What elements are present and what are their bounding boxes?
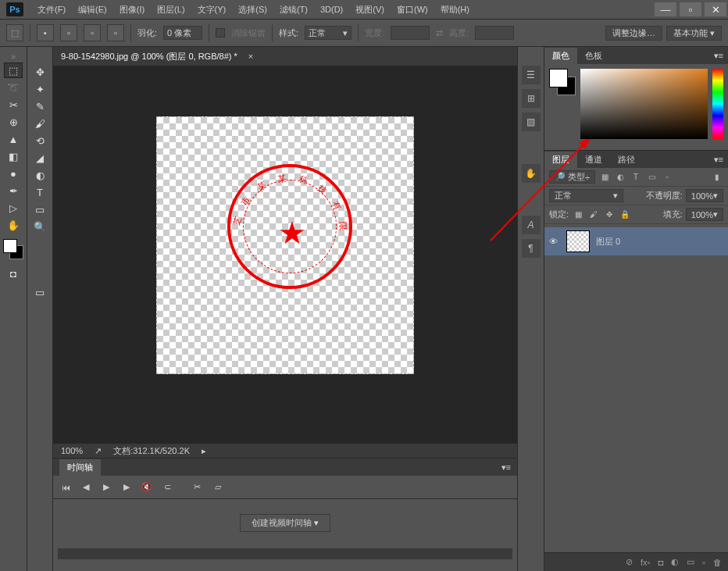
zoom-level[interactable]: 100% xyxy=(61,446,83,455)
split-icon[interactable]: ✂ xyxy=(191,482,204,492)
tab-channels[interactable]: 通道 xyxy=(577,152,610,168)
marquee-tool[interactable]: ⬚ xyxy=(4,62,23,78)
heal-tool[interactable]: ⊕ xyxy=(4,114,23,130)
prev-frame-icon[interactable]: ◀ xyxy=(80,482,92,492)
status-arrow-icon[interactable]: ▸ xyxy=(202,446,206,456)
crop-tool[interactable]: ✂ xyxy=(4,97,23,112)
lasso-tool[interactable]: ➰ xyxy=(4,80,23,95)
filter-adjust-icon[interactable]: ◐ xyxy=(614,171,626,184)
menu-image[interactable]: 图像(I) xyxy=(113,2,151,18)
layers-panel-menu-icon[interactable]: ▾≡ xyxy=(714,155,728,165)
stamp-tool[interactable]: ▲ xyxy=(4,131,23,147)
canvas[interactable]: 芝 市 某 某 科 技 有 限 公 司 芝 市 某 某 科 技 有 限 公 司 xyxy=(156,116,414,374)
adjustment-icon[interactable]: ◐ xyxy=(671,557,679,567)
pen-tool[interactable]: ✒ xyxy=(4,183,23,198)
opacity-input[interactable]: 100% ▾ xyxy=(686,189,723,202)
filter-type-icon[interactable]: T xyxy=(630,171,642,184)
blur-tool[interactable]: ● xyxy=(4,166,23,181)
sub-selection-icon[interactable]: ▫ xyxy=(84,24,101,41)
color-picker[interactable] xyxy=(580,69,708,139)
brush-tool[interactable]: 🖌 xyxy=(30,116,49,131)
maximize-button[interactable]: ▫ xyxy=(680,2,701,16)
menu-view[interactable]: 视图(V) xyxy=(349,2,391,18)
para-panel-icon[interactable]: ¶ xyxy=(522,239,541,258)
shape-tool[interactable]: ▭ xyxy=(30,202,49,217)
filter-pixel-icon[interactable]: ▦ xyxy=(598,171,611,184)
tab-paths[interactable]: 路径 xyxy=(610,152,643,168)
lock-paint-icon[interactable]: 🖌 xyxy=(587,209,600,221)
menu-window[interactable]: 窗口(W) xyxy=(391,2,434,18)
refine-edge-button[interactable]: 调整边缘… xyxy=(605,26,662,41)
menu-edit[interactable]: 编辑(E) xyxy=(72,2,113,18)
filter-toggle[interactable]: ▮ xyxy=(711,171,723,184)
add-selection-icon[interactable]: ▫ xyxy=(60,24,77,41)
create-video-timeline-button[interactable]: 创建视频时间轴 ▾ xyxy=(240,514,330,532)
share-icon[interactable]: ↗ xyxy=(95,446,102,456)
menu-3d[interactable]: 3D(D) xyxy=(314,2,349,16)
style-select[interactable]: 正常▾ xyxy=(305,26,352,40)
history-brush-tool[interactable]: ⟲ xyxy=(30,133,49,148)
delete-layer-icon[interactable]: 🗑 xyxy=(713,558,722,567)
next-frame-icon[interactable]: ▶ xyxy=(120,482,133,492)
filter-kind-select[interactable]: 🔎 类型 ÷ xyxy=(549,170,595,184)
wand-tool[interactable]: ✦ xyxy=(30,81,49,97)
document-tab[interactable]: 9-80-1542980.jpg @ 100% (图层 0, RGB/8#) * xyxy=(61,51,245,62)
hand-tool[interactable]: ✋ xyxy=(4,217,23,233)
screenmode-icon[interactable]: ▭ xyxy=(30,284,49,300)
menu-text[interactable]: 文字(Y) xyxy=(191,2,233,18)
move-tool[interactable]: ✥ xyxy=(30,64,49,80)
color-panel-menu-icon[interactable]: ▾≡ xyxy=(714,51,728,61)
first-frame-icon[interactable]: ⏮ xyxy=(59,483,72,492)
new-selection-icon[interactable]: ▪ xyxy=(37,24,54,41)
link-layers-icon[interactable]: ⊘ xyxy=(626,557,633,567)
eraser-tool[interactable]: ◧ xyxy=(4,148,23,164)
menu-help[interactable]: 帮助(H) xyxy=(434,2,476,18)
document-close-icon[interactable]: × xyxy=(248,52,253,61)
zoom-tool[interactable]: 🔍 xyxy=(30,219,49,234)
color-fgbg-swatch[interactable] xyxy=(549,69,576,95)
gradient-tool[interactable]: ◢ xyxy=(30,150,49,166)
tab-timeline[interactable]: 时间轴 xyxy=(59,459,101,476)
audio-icon[interactable]: 🔇 xyxy=(141,482,153,492)
close-button[interactable]: ✕ xyxy=(705,2,726,16)
panel-menu-icon[interactable]: ▾≡ xyxy=(501,462,511,473)
history-panel-icon[interactable]: ☰ xyxy=(522,66,541,84)
foreground-background-swatch[interactable] xyxy=(3,239,23,259)
lock-pos-icon[interactable]: ✥ xyxy=(603,209,616,221)
filter-shape-icon[interactable]: ▭ xyxy=(645,171,658,184)
transition-icon[interactable]: ▱ xyxy=(212,482,224,492)
properties-panel-icon[interactable]: ⊞ xyxy=(522,89,541,108)
menu-file[interactable]: 文件(F) xyxy=(31,2,72,18)
layer-item[interactable]: 👁 图层 0 xyxy=(544,227,728,255)
path-tool[interactable]: ▷ xyxy=(4,200,23,216)
fx-icon[interactable]: fx▫ xyxy=(641,558,650,567)
minimize-button[interactable]: — xyxy=(655,2,676,16)
type-tool[interactable]: T xyxy=(30,184,49,200)
layer-name[interactable]: 图层 0 xyxy=(596,236,620,248)
visibility-icon[interactable]: 👁 xyxy=(549,237,560,246)
new-layer-icon[interactable]: ▫ xyxy=(702,558,705,567)
tool-preset-icon[interactable]: ⬚ xyxy=(6,24,23,41)
a-panel-icon[interactable]: A xyxy=(522,216,541,234)
brush-panel-icon[interactable]: ▧ xyxy=(522,112,541,131)
fill-input[interactable]: 100% ▾ xyxy=(686,208,723,221)
mask-icon[interactable]: ◘ xyxy=(658,558,663,567)
lock-all-icon[interactable]: 🔒 xyxy=(619,209,631,221)
lock-trans-icon[interactable]: ▦ xyxy=(572,209,584,221)
layer-thumbnail[interactable] xyxy=(566,230,590,252)
loop-icon[interactable]: ⊂ xyxy=(161,482,173,492)
filter-smart-icon[interactable]: ▫ xyxy=(661,171,673,184)
group-icon[interactable]: ▭ xyxy=(687,557,694,567)
inter-selection-icon[interactable]: ▫ xyxy=(107,24,124,41)
eyedropper-tool[interactable]: ✎ xyxy=(30,98,49,114)
tab-layers[interactable]: 图层 xyxy=(544,152,577,168)
canvas-viewport[interactable]: 芝 市 某 某 科 技 有 限 公 司 芝 市 某 某 科 技 有 限 公 司 xyxy=(53,66,517,444)
tab-swatches[interactable]: 色板 xyxy=(577,48,610,64)
workspace-select[interactable]: 基本功能 ▾ xyxy=(666,26,722,41)
hue-slider[interactable] xyxy=(712,69,723,139)
tab-color[interactable]: 颜色 xyxy=(544,48,577,64)
menu-select[interactable]: 选择(S) xyxy=(232,2,273,18)
char-panel-icon[interactable]: ✋ xyxy=(522,164,541,183)
menu-filter[interactable]: 滤镜(T) xyxy=(273,2,314,18)
feather-input[interactable] xyxy=(163,26,202,40)
